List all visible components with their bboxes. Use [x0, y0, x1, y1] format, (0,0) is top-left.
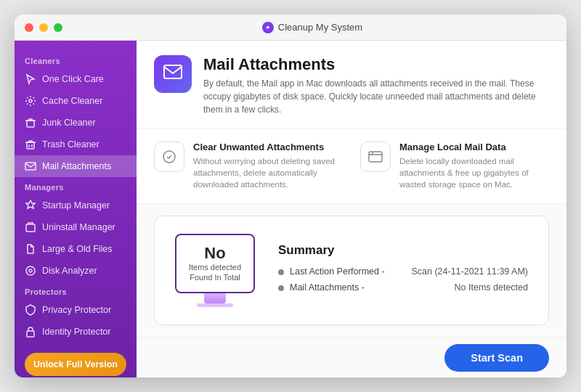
- monitor-no-label: No: [204, 245, 225, 261]
- protectors-section-label: Protectors: [15, 282, 137, 299]
- feature-clear-unwanted-text: Clear Unwanted Attachments Without worry…: [193, 142, 343, 190]
- sidebar-item-identity-protector[interactable]: Identity Protector: [15, 321, 137, 343]
- sidebar-item-cache-cleaner[interactable]: Cache Cleaner: [15, 90, 137, 112]
- manage-local-icon: [360, 142, 391, 172]
- sidebar-label-trash-cleaner: Trash Cleaner: [42, 139, 99, 150]
- svg-point-5: [26, 266, 35, 275]
- cleaners-section-label: Cleaners: [15, 51, 137, 68]
- monitor-graphic: No Items detected Found In Total: [175, 234, 255, 307]
- summary-title: Summary: [278, 243, 528, 258]
- sidebar-item-trash-cleaner[interactable]: Trash Cleaner: [15, 134, 137, 155]
- feature-manage-local-desc: Delete locally downloaded mail attachmen…: [399, 155, 549, 190]
- sidebar-label-mail-attachments: Mail Attachments: [42, 161, 111, 171]
- feature-manage-local-text: Manage Local Mail Data Delete locally do…: [399, 142, 549, 190]
- monitor-found-label: Found In Total: [190, 273, 240, 282]
- clear-unwanted-icon: [154, 142, 184, 172]
- summary-value-0: Scan (24-11-2021 11:39 AM): [411, 266, 528, 277]
- sidebar-item-large-old-files[interactable]: Large & Old Files: [15, 238, 137, 260]
- monitor-screen: No Items detected Found In Total: [175, 234, 255, 293]
- app-title: Cleanup My System: [278, 22, 362, 33]
- sidebar-label-startup-manager: Startup Manager: [42, 200, 110, 211]
- summary-value-1: No Items detected: [455, 282, 528, 293]
- startup-icon: [25, 200, 36, 211]
- summary-row-0: Last Action Performed - Scan (24-11-2021…: [278, 266, 528, 277]
- sidebar-label-privacy-protector: Privacy Protector: [42, 305, 111, 315]
- uninstall-icon: [25, 221, 36, 233]
- svg-point-6: [29, 269, 32, 272]
- sidebar: Cleaners One Click Care Cache Cleaner Ju…: [15, 41, 137, 377]
- gear-icon: [25, 95, 36, 107]
- summary-info: Summary Last Action Performed - Scan (24…: [278, 243, 528, 298]
- sidebar-item-mail-attachments[interactable]: Mail Attachments: [15, 155, 137, 177]
- monitor-items-label: Items detected: [189, 263, 241, 271]
- app-window: ✦ Cleanup My System Cleaners One Click C…: [15, 15, 566, 377]
- junk-icon: [25, 117, 36, 128]
- sidebar-item-junk-cleaner[interactable]: Junk Cleaner: [15, 112, 137, 134]
- maximize-button[interactable]: [54, 23, 62, 32]
- summary-label-0: Last Action Performed -: [290, 266, 385, 277]
- svg-rect-2: [27, 142, 34, 149]
- start-scan-button[interactable]: Start Scan: [444, 344, 549, 372]
- sidebar-label-one-click-care: One Click Care: [42, 74, 104, 84]
- sidebar-item-uninstall-manager[interactable]: Uninstall Manager: [15, 216, 137, 238]
- svg-rect-1: [27, 121, 34, 127]
- title-bar: ✦ Cleanup My System: [15, 15, 566, 41]
- monitor-base: [197, 303, 233, 307]
- svg-rect-4: [26, 224, 35, 232]
- disk-icon: [25, 265, 36, 277]
- svg-rect-10: [369, 152, 382, 162]
- svg-rect-3: [25, 163, 36, 170]
- minimize-button[interactable]: [39, 23, 48, 32]
- managers-section-label: Managers: [15, 177, 137, 195]
- svg-rect-8: [164, 65, 182, 78]
- sidebar-item-disk-analyzer[interactable]: Disk Analyzer: [15, 260, 137, 282]
- feature-clear-unwanted-desc: Without worrying about deleting saved at…: [193, 155, 343, 190]
- trash-icon: [25, 139, 36, 150]
- svg-point-0: [29, 99, 32, 102]
- unlock-full-version-button[interactable]: Unlock Full Version: [25, 353, 126, 376]
- sidebar-item-privacy-protector[interactable]: Privacy Protector: [15, 299, 137, 321]
- summary-row-1: Mail Attachments - No Items detected: [278, 282, 528, 293]
- main-content: Cleaners One Click Care Cache Cleaner Ju…: [15, 41, 566, 377]
- section-icon: [154, 55, 192, 93]
- sidebar-item-startup-manager[interactable]: Startup Manager: [15, 195, 137, 216]
- bottom-bar: Start Scan: [137, 337, 566, 377]
- cursor-icon: [25, 73, 36, 85]
- app-icon: ✦: [262, 22, 274, 33]
- content-header: Mail Attachments By default, the Mail ap…: [137, 41, 566, 128]
- feature-clear-unwanted: Clear Unwanted Attachments Without worry…: [154, 142, 343, 190]
- scan-area: No Items detected Found In Total Summary: [137, 204, 566, 337]
- files-icon: [25, 243, 36, 255]
- mail-large-icon: [163, 62, 183, 86]
- header-text: Mail Attachments By default, the Mail ap…: [203, 55, 537, 116]
- sidebar-label-junk-cleaner: Junk Cleaner: [42, 118, 96, 128]
- lock-icon: [25, 326, 36, 338]
- features-row: Clear Unwanted Attachments Without worry…: [137, 128, 566, 204]
- monitor-stand: [204, 293, 226, 303]
- bullet-0: [278, 269, 284, 275]
- sidebar-item-one-click-care[interactable]: One Click Care: [15, 68, 137, 90]
- sidebar-bottom: Unlock Full Version: [15, 343, 137, 377]
- content-area: Mail Attachments By default, the Mail ap…: [137, 41, 566, 377]
- summary-label-1: Mail Attachments -: [290, 282, 365, 293]
- mail-icon: [25, 160, 36, 172]
- bullet-1: [278, 285, 284, 291]
- feature-clear-unwanted-title: Clear Unwanted Attachments: [193, 142, 343, 152]
- summary-box: No Items detected Found In Total Summary: [154, 216, 549, 325]
- svg-rect-7: [27, 331, 34, 337]
- sidebar-label-disk-analyzer: Disk Analyzer: [42, 266, 97, 276]
- sidebar-label-identity-protector: Identity Protector: [42, 327, 111, 337]
- sidebar-label-large-old-files: Large & Old Files: [42, 244, 113, 254]
- page-description: By default, the Mail app in Mac download…: [203, 77, 537, 116]
- close-button[interactable]: [25, 23, 33, 32]
- sidebar-label-cache-cleaner: Cache Cleaner: [42, 96, 102, 106]
- feature-manage-local-title: Manage Local Mail Data: [399, 142, 549, 152]
- page-title: Mail Attachments: [203, 55, 537, 74]
- feature-manage-local: Manage Local Mail Data Delete locally do…: [360, 142, 549, 190]
- shield-icon: [25, 304, 36, 316]
- sidebar-label-uninstall-manager: Uninstall Manager: [42, 222, 115, 232]
